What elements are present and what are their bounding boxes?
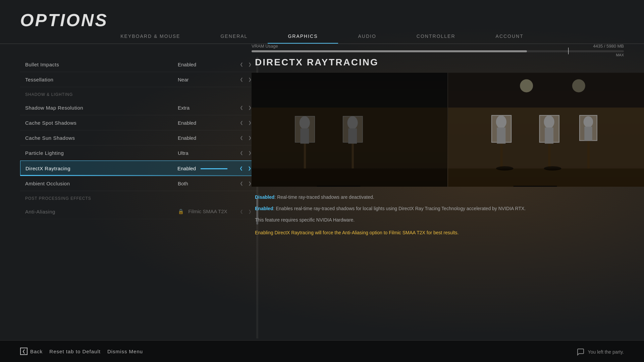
item-name-anti-aliasing: Anti-Aliasing xyxy=(25,209,178,215)
item-value-particle-lighting: Ultra xyxy=(178,150,238,156)
item-name-particle-lighting: Particle Lighting xyxy=(25,150,178,156)
arrow-left-tessellation[interactable]: ❮ xyxy=(238,76,245,83)
dismiss-button[interactable]: Dismiss Menu xyxy=(107,349,143,354)
enabled-label: Enabled xyxy=(255,206,273,211)
reset-label: Reset tab to Default xyxy=(49,349,101,354)
settings-item-ambient-occlusion[interactable]: Ambient Occlusion Both ❮ ❯ xyxy=(20,176,258,191)
settings-item-anti-aliasing[interactable]: Anti-Aliasing 🔒 Filmic SMAA T2X ❮ ❯ xyxy=(20,204,258,219)
item-name-shadow-map: Shadow Map Resolution xyxy=(25,105,178,111)
tab-graphics[interactable]: GRAPHICS xyxy=(268,29,338,44)
image-enabled xyxy=(448,73,644,187)
item-value-tessellation: Near xyxy=(178,77,238,82)
detail-title: DIRECTX RAYTRACING xyxy=(252,57,644,68)
settings-item-cache-sun[interactable]: Cache Sun Shadows Enabled ❮ ❯ xyxy=(20,130,258,145)
item-name-cache-spot: Cache Spot Shadows xyxy=(25,120,178,126)
arrow-left-ambient-occlusion[interactable]: ❮ xyxy=(238,180,245,187)
arrow-left-cache-spot[interactable]: ❮ xyxy=(238,119,245,126)
detail-panel: DIRECTX RAYTRACING xyxy=(252,57,644,339)
item-controls-tessellation: ❮ ❯ xyxy=(238,76,253,83)
disabled-label: Disabled xyxy=(255,194,274,200)
tab-audio[interactable]: AUDIO xyxy=(338,29,396,44)
reset-button[interactable]: Reset tab to Default xyxy=(49,349,101,354)
vram-max-marker xyxy=(568,48,569,54)
active-indicator xyxy=(20,175,258,176)
settings-item-tessellation[interactable]: Tessellation Near ❮ ❯ xyxy=(20,72,258,87)
settings-item-particle-lighting[interactable]: Particle Lighting Ultra ❮ ❯ xyxy=(20,145,258,161)
arrow-left-cache-sun[interactable]: ❮ xyxy=(238,134,245,141)
arrow-left-shadow-map[interactable]: ❮ xyxy=(238,104,245,111)
arrow-left-particle-lighting[interactable]: ❮ xyxy=(238,149,245,156)
comparison-image xyxy=(252,73,644,187)
item-value-cache-sun: Enabled xyxy=(178,135,238,141)
tab-controller[interactable]: CONTROLLER xyxy=(396,29,476,44)
item-controls-particle-lighting: ❮ ❯ xyxy=(238,149,253,156)
settings-item-cache-spot[interactable]: Cache Spot Shadows Enabled ❮ ❯ xyxy=(20,115,258,130)
detail-text: Disabled: Real-time ray-traced shadows a… xyxy=(252,193,644,237)
tab-keyboard[interactable]: KEYBOARD & MOUSE xyxy=(100,29,200,44)
bottom-bar: ❮ Back Reset tab to Default Dismiss Menu… xyxy=(0,340,644,362)
vram-label: VRAM Usage xyxy=(252,44,278,49)
item-name-tessellation: Tessellation xyxy=(25,77,178,82)
item-name-ambient-occlusion: Ambient Occlusion xyxy=(25,181,178,186)
vram-section: VRAM Usage 4435 / 5980 MB MAX xyxy=(252,44,624,57)
tab-general[interactable]: GENERAL xyxy=(200,29,268,44)
nav-tabs: KEYBOARD & MOUSE GENERAL GRAPHICS AUDIO … xyxy=(0,29,644,44)
vram-bar-fill xyxy=(252,50,527,52)
enabled-text: : Enables real-time ray-traced shadows f… xyxy=(273,206,526,211)
section-shadow-lighting: Shadow & Lighting xyxy=(20,89,258,100)
settings-item-bullet-impacts[interactable]: Bullet Impacts Enabled ❮ ❯ xyxy=(20,57,258,72)
arrow-left-bullet-impacts[interactable]: ❮ xyxy=(238,61,245,68)
chat-icon xyxy=(577,348,585,356)
vram-bar xyxy=(252,50,624,52)
item-controls-ambient-occlusion: ❮ ❯ xyxy=(238,180,253,187)
item-controls-anti-aliasing: ❮ ❯ xyxy=(238,208,253,215)
item-controls-shadow-map: ❮ ❯ xyxy=(238,104,253,111)
vram-value: 4435 / 5980 MB xyxy=(593,44,624,49)
notification-text: You left the party. xyxy=(588,349,624,355)
settings-panel: Bullet Impacts Enabled ❮ ❯ Tessellation … xyxy=(20,57,258,339)
warning-text: Enabling DirectX Raytracing will force t… xyxy=(255,229,641,237)
hardware-text: This feature requires specific NVIDIA Ha… xyxy=(255,216,641,224)
item-controls-cache-sun: ❮ ❯ xyxy=(238,134,253,141)
arrow-left-anti-aliasing[interactable]: ❮ xyxy=(238,208,245,215)
tab-account[interactable]: ACCOUNT xyxy=(476,29,544,44)
arrow-left-directx-raytracing[interactable]: ❮ xyxy=(238,165,245,172)
item-controls-cache-spot: ❮ ❯ xyxy=(238,119,253,126)
item-name-cache-sun: Cache Sun Shadows xyxy=(25,135,178,141)
item-controls-bullet-impacts: ❮ ❯ xyxy=(238,61,253,68)
back-arrow-icon: ❮ xyxy=(20,348,28,355)
svg-rect-35 xyxy=(448,73,644,187)
item-value-directx-raytracing: Enabled xyxy=(177,166,238,171)
back-button[interactable]: ❮ Back xyxy=(20,348,43,355)
lock-icon: 🔒 xyxy=(178,208,184,214)
item-name-directx-raytracing: DirectX Raytracing xyxy=(25,166,177,171)
item-value-shadow-map: Extra xyxy=(178,105,238,111)
back-label: Back xyxy=(30,349,43,354)
image-disabled xyxy=(252,73,447,187)
item-value-anti-aliasing: 🔒 Filmic SMAA T2X xyxy=(178,208,238,215)
item-value-ambient-occlusion: Both xyxy=(178,181,238,186)
dismiss-label: Dismiss Menu xyxy=(107,349,143,354)
disabled-text: : Real-time ray-traced shadows are deact… xyxy=(274,194,374,200)
item-value-cache-spot: Enabled xyxy=(178,120,238,126)
page-title: OPTIONS xyxy=(20,10,108,30)
settings-item-shadow-map[interactable]: Shadow Map Resolution Extra ❮ ❯ xyxy=(20,100,258,115)
section-post-processing: Post Processing Effects xyxy=(20,193,258,204)
svg-rect-13 xyxy=(252,73,447,187)
item-name-bullet-impacts: Bullet Impacts xyxy=(25,62,178,67)
settings-item-directx-raytracing[interactable]: DirectX Raytracing Enabled ❮ ❯ xyxy=(20,161,258,176)
item-controls-directx-raytracing: ❮ ❯ xyxy=(238,165,253,172)
notification: You left the party. xyxy=(577,348,624,356)
item-value-bullet-impacts: Enabled xyxy=(178,62,238,67)
